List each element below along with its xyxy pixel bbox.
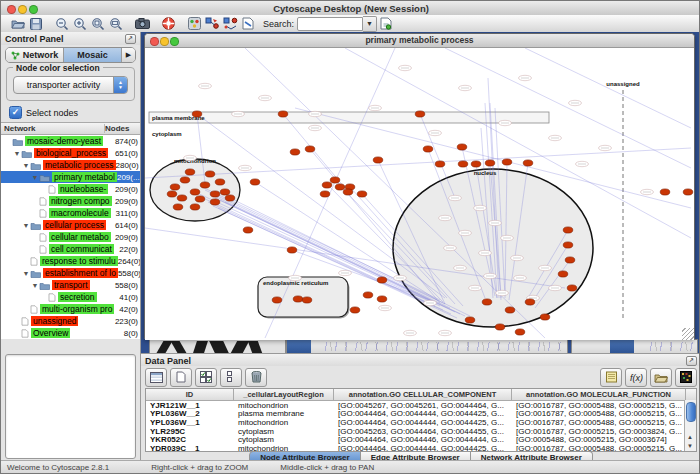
snapshot-icon[interactable] [135, 17, 150, 31]
network-node[interactable] [167, 191, 177, 197]
select-nodes-checkbox[interactable]: ✓ [9, 106, 22, 119]
network-node[interactable] [357, 191, 367, 197]
scroll-down-icon[interactable]: ▼ [685, 442, 695, 451]
network-node[interactable] [567, 285, 577, 291]
formula-icon[interactable]: f(x) [625, 368, 647, 387]
network-node[interactable] [210, 199, 220, 205]
import-attributes-icon[interactable] [650, 368, 672, 387]
network-node[interactable] [373, 157, 383, 163]
table-scrollbar[interactable]: ▲ ▼ [684, 400, 696, 451]
network-node[interactable] [523, 160, 533, 166]
tree-item[interactable]: macromolecule311(0) [1, 207, 140, 219]
disclosure-triangle-icon[interactable]: ▼ [22, 162, 30, 169]
resize-grip[interactable] [682, 328, 694, 340]
network-node[interactable] [377, 277, 387, 283]
table-row[interactable]: YLR295Ccytoplasm[GO:0045263, GO:0044464,… [146, 427, 696, 436]
column-header-component[interactable]: annotation.GO CELLULAR_COMPONENT [334, 389, 512, 400]
network-node[interactable] [465, 317, 475, 323]
network-node[interactable] [343, 189, 353, 195]
network-node[interactable] [363, 292, 373, 298]
network-node[interactable] [220, 189, 230, 195]
tree-item[interactable]: multi-organism pro42(0) [1, 303, 140, 315]
tab-network[interactable]: Network [6, 48, 64, 62]
tree-item[interactable]: nitrogen compo209(0) [1, 195, 140, 207]
float-panel-icon[interactable]: ↗ [125, 34, 136, 44]
tree-item[interactable]: ▼transport558(0) [1, 279, 140, 291]
tree-item[interactable]: unassigned223(0) [1, 315, 140, 327]
select-attributes-icon[interactable] [195, 368, 217, 387]
tree-item[interactable]: ▼metabolic process280(0) [1, 159, 140, 171]
background-window-fragment[interactable] [571, 339, 698, 353]
network-node[interactable] [290, 149, 300, 155]
edit-nodes-icon[interactable] [205, 17, 220, 31]
edit-edges-icon[interactable] [223, 17, 238, 31]
birdseye-view-panel[interactable] [5, 354, 136, 459]
network-edge[interactable] [445, 48, 691, 168]
tree-item[interactable]: cell communicat22(0) [1, 243, 140, 255]
network-node[interactable] [305, 146, 315, 152]
network-node[interactable] [293, 296, 303, 302]
node-color-select[interactable]: transporter activity ▲▼ [13, 76, 128, 94]
unselect-attributes-icon[interactable] [220, 368, 242, 387]
table-row[interactable]: YPL036W__1mitochondrion[GO:0044464, GO:0… [146, 418, 696, 427]
tab-overflow-arrow[interactable]: ▶ [122, 48, 135, 62]
network-node[interactable] [250, 179, 260, 185]
network-node[interactable] [195, 196, 205, 202]
network-node[interactable] [350, 307, 360, 313]
network-node[interactable] [190, 189, 200, 195]
network-node[interactable] [170, 184, 180, 190]
network-node[interactable] [471, 161, 481, 167]
network-node[interactable] [502, 159, 512, 165]
tree-item[interactable]: cellular metabo209(0) [1, 231, 140, 243]
disclosure-triangle-icon[interactable]: ▼ [22, 270, 30, 277]
network-node[interactable] [185, 169, 195, 175]
network-node[interactable] [377, 296, 387, 302]
open-icon[interactable] [11, 17, 26, 31]
network-node[interactable] [505, 307, 515, 313]
tree-item[interactable]: Overview8(0) [1, 327, 140, 339]
scroll-up-icon[interactable]: ▲ [685, 433, 695, 442]
tree-item[interactable]: ▼biological_process651(0) [1, 147, 140, 159]
network-window-titlebar[interactable]: primary metabolic process [145, 34, 694, 48]
network-node[interactable] [495, 324, 505, 330]
search-input[interactable] [297, 17, 363, 31]
notes-icon[interactable] [600, 368, 622, 387]
attribute-table-icon[interactable] [145, 368, 167, 387]
network-node[interactable] [192, 111, 202, 117]
network-edge[interactable] [145, 148, 691, 178]
zoom-out-icon[interactable] [55, 17, 70, 31]
save-icon[interactable] [29, 17, 44, 31]
disclosure-triangle-icon[interactable]: ▼ [31, 174, 39, 181]
network-node[interactable] [683, 189, 693, 195]
region-nucleus[interactable] [393, 169, 593, 327]
disclosure-triangle-icon[interactable]: ▼ [13, 150, 21, 157]
network-node[interactable] [540, 314, 550, 320]
zoom-in-icon[interactable] [73, 17, 88, 31]
network-node[interactable] [215, 179, 225, 185]
network-node[interactable] [173, 204, 183, 210]
tree-item[interactable]: ▼cellular process614(0) [1, 219, 140, 231]
network-node[interactable] [565, 257, 575, 263]
tree-item[interactable]: ▼primary metabol209(... [1, 171, 140, 183]
network-node[interactable] [485, 160, 495, 166]
network-node[interactable] [272, 297, 282, 303]
delete-attribute-icon[interactable] [245, 368, 267, 387]
tree-item[interactable]: secretion41(0) [1, 291, 140, 303]
network-canvas[interactable]: plasma membranecytoplasmmitochondrionnuc… [145, 48, 694, 340]
network-node[interactable] [205, 171, 215, 177]
network-node[interactable] [525, 299, 535, 305]
disclosure-triangle-icon[interactable]: ▼ [31, 282, 39, 289]
column-header-region[interactable]: _cellularLayoutRegion [234, 389, 334, 400]
matrix-icon[interactable] [675, 368, 697, 387]
network-node[interactable] [415, 111, 425, 117]
network-node[interactable] [177, 195, 187, 201]
network-node[interactable] [302, 297, 312, 303]
tree-column-network[interactable]: Network [1, 124, 105, 133]
tree-item[interactable]: ▼establishment of lo558(0) [1, 267, 140, 279]
zoom-fit-icon[interactable] [109, 17, 124, 31]
float-panel-icon[interactable]: ↗ [686, 356, 697, 366]
background-window-fragment[interactable] [286, 339, 568, 353]
network-node[interactable] [458, 161, 468, 167]
network-node[interactable] [190, 204, 200, 210]
network-node[interactable] [335, 184, 345, 190]
